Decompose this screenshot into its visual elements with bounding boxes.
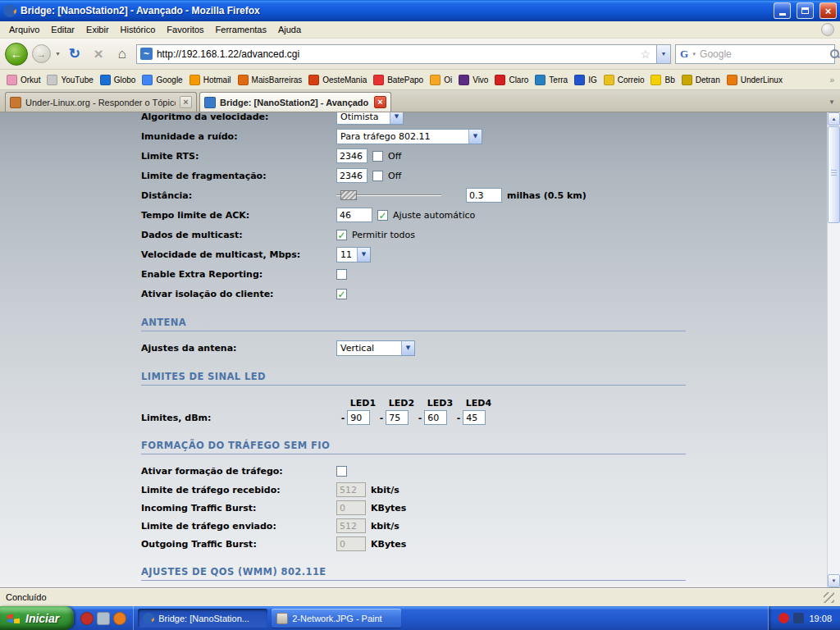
form-checkbox[interactable]: ✓ <box>336 289 347 299</box>
bookmark-oestemania[interactable]: OesteMania <box>305 73 370 87</box>
navigation-toolbar: ← → ▼ ↻ × ⌂ ~ ☆ ▼ G ▼ <box>0 39 840 70</box>
bookmark-star-icon[interactable]: ☆ <box>638 48 652 61</box>
led-limit-input[interactable] <box>463 410 486 425</box>
menu-item-arquivo[interactable]: Arquivo <box>3 22 45 37</box>
menu-item-ferramentas[interactable]: Ferramentas <box>210 22 272 37</box>
bookmark-google[interactable]: Google <box>139 73 185 87</box>
bookmark-oi[interactable]: Oi <box>427 73 455 87</box>
select-dropdown-icon[interactable]: ▼ <box>357 248 370 262</box>
bookmark-hotmail[interactable]: Hotmail <box>186 73 235 87</box>
url-input[interactable] <box>157 48 635 60</box>
bookmark-favicon <box>308 75 319 85</box>
bookmark-detran[interactable]: Detran <box>678 73 724 87</box>
field-label: Outgoing Traffic Burst: <box>141 539 336 550</box>
resize-grip[interactable] <box>824 592 834 603</box>
form-checkbox[interactable] <box>372 171 383 181</box>
select-dropdown-icon[interactable]: ▼ <box>390 112 403 124</box>
tab-close-icon[interactable]: × <box>374 96 386 108</box>
bookmark-batepapo[interactable]: BatePapo <box>370 73 427 87</box>
task-button-bridge-nanostation[interactable]: Bridge: [NanoStation... <box>138 609 267 628</box>
bookmarks-overflow-icon[interactable]: » <box>827 75 837 84</box>
form-input[interactable] <box>336 208 372 222</box>
form-select[interactable]: 11▼ <box>336 247 371 262</box>
form-input[interactable] <box>336 148 368 163</box>
bookmark-bb[interactable]: Bb <box>647 73 678 87</box>
form-input[interactable] <box>336 168 368 183</box>
quicklaunch-document-app-icon[interactable] <box>97 612 110 625</box>
form-select[interactable]: Para tráfego 802.11▼ <box>336 129 482 144</box>
google-engine-icon[interactable]: G <box>680 48 688 61</box>
tab-bridge-nanostation2-avancado[interactable]: Bridge: [NanoStation2] - Avançado× <box>199 92 391 112</box>
home-button[interactable]: ⌂ <box>112 44 132 64</box>
form-row: Outgoing Traffic Burst:KBytes <box>141 535 686 553</box>
tab-list-dropdown-icon[interactable]: ▼ <box>827 98 837 106</box>
forward-button[interactable]: → <box>32 44 51 63</box>
quicklaunch-firefox-icon[interactable] <box>113 612 126 625</box>
history-dropdown-icon[interactable]: ▼ <box>55 51 61 57</box>
form-select[interactable]: Vertical▼ <box>336 340 415 356</box>
close-button[interactable]: × <box>819 2 837 19</box>
distance-slider[interactable] <box>336 189 441 202</box>
bookmark-orkut[interactable]: Orkut <box>3 73 43 87</box>
quicklaunch-media-app-icon[interactable] <box>80 612 94 625</box>
scroll-down-button[interactable]: ▼ <box>828 574 840 587</box>
tab-close-icon[interactable]: × <box>180 96 192 108</box>
task-button-2-network-jpg-paint[interactable]: 2-Network.JPG - Paint <box>272 609 401 628</box>
vertical-scrollbar[interactable]: ▲ ▼ <box>827 112 840 587</box>
bookmark-label: Hotmail <box>203 75 231 84</box>
bookmark-favicon <box>604 75 614 85</box>
bookmark-maisbarreiras[interactable]: MaisBarreiras <box>235 73 306 87</box>
bookmark-label: Claro <box>509 75 528 84</box>
menu-item-favoritos[interactable]: Favoritos <box>161 22 209 37</box>
bookmark-claro[interactable]: Claro <box>491 73 532 87</box>
form-row: Velocidade de multicast, Mbps:11▼ <box>141 244 686 264</box>
led-limit-input[interactable] <box>347 410 370 425</box>
web-page: Algoritmo da velocidade:Otimista▼Imunida… <box>0 112 827 587</box>
form-row: Limites, dBm:LED1LED2LED3LED4---- <box>141 392 686 427</box>
form-checkbox[interactable]: ✓ <box>377 210 388 221</box>
bookmark-favicon <box>651 75 661 85</box>
form-checkbox[interactable] <box>336 466 347 477</box>
bookmark-ig[interactable]: IG <box>571 73 600 87</box>
form-checkbox[interactable] <box>372 151 383 162</box>
bookmark-terra[interactable]: Terra <box>532 73 571 87</box>
scroll-up-button[interactable]: ▲ <box>828 112 840 126</box>
bookmark-youtube[interactable]: YouTube <box>43 73 96 87</box>
form-select[interactable]: Otimista▼ <box>336 112 404 125</box>
back-button[interactable]: ← <box>5 43 28 66</box>
minimize-icon <box>779 13 786 16</box>
menu-item-ajuda[interactable]: Ajuda <box>272 22 307 37</box>
search-magnifier-icon[interactable] <box>830 49 840 59</box>
tray-network-icon[interactable] <box>793 613 804 623</box>
tray-recorder-icon[interactable] <box>778 613 789 623</box>
menu-item-historico[interactable]: Histórico <box>115 22 162 37</box>
menu-item-editar[interactable]: Editar <box>45 22 80 37</box>
select-dropdown-icon[interactable]: ▼ <box>401 341 414 355</box>
form-input[interactable] <box>466 188 502 203</box>
minimize-button[interactable] <box>774 2 791 19</box>
restore-button[interactable] <box>797 2 814 19</box>
stop-button[interactable]: × <box>89 44 108 64</box>
bookmark-vivo[interactable]: Vivo <box>455 73 491 87</box>
reload-button[interactable]: ↻ <box>65 44 84 64</box>
menu-item-exibir[interactable]: Exibir <box>80 22 115 37</box>
section-title-antena: ANTENA <box>141 317 686 331</box>
bookmark-globo[interactable]: Globo <box>97 73 139 87</box>
select-dropdown-icon[interactable]: ▼ <box>468 130 482 144</box>
led-limit-input[interactable] <box>424 410 447 425</box>
led-column-header: LED4 <box>459 398 498 409</box>
bookmark-underlinux[interactable]: UnderLinux <box>724 73 786 87</box>
start-button[interactable]: Iniciar <box>0 606 74 630</box>
search-input[interactable] <box>700 48 827 60</box>
form-row: Tempo limite de ACK:✓Ajuste automático <box>141 205 686 225</box>
bookmark-correio[interactable]: Correio <box>600 73 648 87</box>
tab-under-linux-org-responder-o-topico[interactable]: Under-Linux.org - Responder o Tópico× <box>5 92 197 112</box>
form-checkbox[interactable]: ✓ <box>336 230 347 240</box>
engine-dropdown-icon[interactable]: ▼ <box>692 52 696 57</box>
form-checkbox[interactable] <box>336 269 347 280</box>
scrollbar-thumb[interactable] <box>828 126 840 223</box>
minus-sign: - <box>457 413 461 423</box>
url-dropdown-button[interactable]: ▼ <box>656 45 670 63</box>
slider-handle[interactable] <box>340 190 357 200</box>
led-limit-input[interactable] <box>386 410 409 425</box>
